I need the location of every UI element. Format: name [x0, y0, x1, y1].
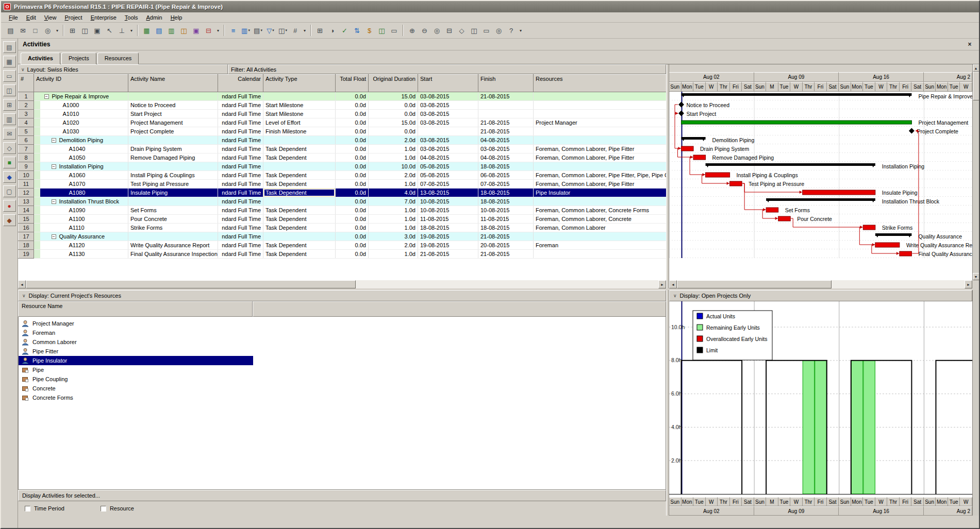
- finish-date-cell[interactable]: 06-08-2015: [478, 171, 534, 180]
- resources-cell[interactable]: [534, 110, 667, 118]
- original-duration-cell[interactable]: 2.0d: [369, 171, 418, 180]
- activity-id-cell[interactable]: A1010: [40, 110, 128, 118]
- risks-view-button[interactable]: ▢: [3, 185, 16, 197]
- assignments-window-button[interactable]: ◫: [178, 25, 190, 36]
- activity-id-cell[interactable]: A1030: [40, 127, 128, 136]
- gantt-day-w-10[interactable]: W: [790, 82, 803, 92]
- histo-day-sat-13[interactable]: Sat: [827, 497, 839, 506]
- activity-name-cell[interactable]: Final Quality Assurance Inspection: [128, 250, 218, 259]
- wps-docs-view-button[interactable]: ✉: [3, 128, 16, 140]
- total-float-cell[interactable]: 0.0d: [336, 189, 369, 197]
- original-duration-cell[interactable]: 1.0d: [369, 145, 418, 153]
- assignment-table-button[interactable]: ▭: [388, 25, 400, 36]
- table-row-a1030[interactable]: 5A1030Project Completendard Full TimeFin…: [19, 127, 667, 136]
- table-row-a1080[interactable]: 12A1080Insulate Pipingndard Full TimeTas…: [19, 189, 667, 197]
- collapse-all-button[interactable]: ⊟: [443, 25, 455, 36]
- start-date-cell[interactable]: 05-08-2015: [418, 162, 478, 171]
- total-float-cell[interactable]: 0.0d: [336, 197, 369, 206]
- resources-cell[interactable]: Project Manager: [534, 118, 667, 127]
- activity-name-cell[interactable]: Test Piping at Pressure: [128, 180, 218, 189]
- gantt-task-bar-install-piping-couplings[interactable]: [706, 173, 730, 177]
- resources-view-button[interactable]: ▦: [3, 56, 16, 67]
- resources-cell[interactable]: Foreman, Common Laborer, Pipe Fitter: [534, 180, 667, 189]
- table-row-a1040[interactable]: 7A1040Drain Piping Systemndard Full Time…: [19, 145, 667, 153]
- row-number-cell[interactable]: 1: [19, 92, 34, 101]
- gantt-loe-bar-project-management[interactable]: [682, 121, 912, 124]
- row-number-cell[interactable]: 3: [19, 110, 34, 118]
- resources-cell[interactable]: [534, 136, 667, 145]
- activity-id-cell[interactable]: A1090: [40, 206, 128, 215]
- tab-activities[interactable]: Activities: [21, 53, 60, 64]
- calendar-cell[interactable]: ndard Full Time: [218, 127, 263, 136]
- gantt-day-tue-23[interactable]: Tue: [948, 82, 960, 92]
- original-duration-cell[interactable]: 0.0d: [369, 101, 418, 110]
- activity-name-cell[interactable]: Write Quality Assurance Report: [128, 241, 218, 250]
- activities-window-button[interactable]: ▥: [165, 25, 177, 36]
- schedule-button[interactable]: ⊞: [314, 25, 326, 36]
- gantt-task-bar-insulate-piping[interactable]: [803, 190, 875, 195]
- start-date-cell[interactable]: 05-08-2015: [418, 171, 478, 180]
- collapse-icon[interactable]: −: [52, 234, 56, 239]
- collapse-icon[interactable]: −: [52, 199, 56, 204]
- original-duration-cell[interactable]: 0.0d: [369, 110, 418, 118]
- calendar-cell[interactable]: ndard Full Time: [218, 180, 263, 189]
- activity-type-cell[interactable]: Task Dependent: [263, 145, 336, 153]
- total-float-cell[interactable]: 0.0d: [336, 224, 369, 232]
- gantt-week-aug-09[interactable]: Aug 09: [754, 72, 839, 82]
- histo-week-aug-16[interactable]: Aug 16: [839, 506, 924, 516]
- level-resources-button[interactable]: ⇅: [351, 25, 363, 36]
- activities-view-button[interactable]: ▥: [3, 113, 16, 125]
- scroll-left-icon[interactable]: ◄: [18, 280, 26, 288]
- histo-day-fri-12[interactable]: Fri: [815, 497, 827, 506]
- table-horizontal-scrollbar[interactable]: ◄ ►: [18, 280, 666, 288]
- resource-item-pipe[interactable]: Pipe: [19, 365, 666, 374]
- histo-day-mon-15[interactable]: Mon: [851, 497, 863, 506]
- activity-id-cell[interactable]: −Installation Piping: [40, 162, 128, 171]
- activity-table-button[interactable]: ⊞: [67, 25, 78, 36]
- gantt-milestone-notice-to-proceed[interactable]: [678, 102, 684, 108]
- finish-date-cell[interactable]: 21-08-2015: [478, 127, 534, 136]
- start-date-cell[interactable]: [418, 127, 478, 136]
- total-float-cell[interactable]: 0.0d: [336, 180, 369, 189]
- calendar-cell[interactable]: ndard Full Time: [218, 136, 263, 145]
- resources-cell[interactable]: Pipe Insulator: [534, 189, 667, 197]
- activity-type-cell[interactable]: [263, 232, 336, 241]
- gantt-day-fri-19[interactable]: Fri: [900, 82, 912, 92]
- row-number-cell[interactable]: 14: [19, 206, 34, 215]
- column-header-finish[interactable]: Finish: [478, 75, 534, 92]
- collapse-icon[interactable]: −: [52, 164, 56, 169]
- activity-type-cell[interactable]: Task Dependent: [263, 206, 336, 215]
- gantt-day-tue-9[interactable]: Tue: [778, 82, 791, 92]
- row-number-cell[interactable]: 5: [19, 127, 34, 136]
- calendar-cell[interactable]: ndard Full Time: [218, 215, 263, 224]
- resources-cell[interactable]: [534, 250, 667, 259]
- column-header-start[interactable]: Start: [418, 75, 478, 92]
- row-number-cell[interactable]: 11: [19, 180, 34, 189]
- start-date-cell[interactable]: 03-08-2015: [418, 118, 478, 127]
- total-float-cell[interactable]: 0.0d: [336, 110, 369, 118]
- remaining-units-bar[interactable]: [863, 361, 875, 494]
- row-number-cell[interactable]: 7: [19, 145, 34, 153]
- scroll-left-icon[interactable]: ◄: [669, 280, 677, 288]
- original-duration-cell[interactable]: 7.0d: [369, 197, 418, 206]
- start-date-cell[interactable]: 03-08-2015: [418, 136, 478, 145]
- columns-button[interactable]: ▥▾: [240, 25, 252, 36]
- resource-item-common-laborer[interactable]: Common Laborer: [19, 337, 666, 347]
- help-button[interactable]: ?: [505, 25, 517, 36]
- scroll-up-icon[interactable]: ▲: [973, 64, 979, 72]
- activity-type-cell[interactable]: Task Dependent: [263, 224, 336, 232]
- activity-type-cell[interactable]: Finish Milestone: [263, 127, 336, 136]
- row-number-cell[interactable]: 2: [19, 101, 34, 110]
- wbs-window-button[interactable]: ▤: [153, 25, 165, 36]
- activity-id-cell[interactable]: −Quality Assurance: [40, 232, 128, 241]
- wps-docs-window-button[interactable]: ▣: [190, 25, 202, 36]
- gantt-horizontal-scrollbar[interactable]: ◄ ►: [669, 280, 972, 288]
- gantt-task-bar-drain-piping-system[interactable]: [682, 146, 694, 151]
- finish-date-cell[interactable]: 04-08-2015: [478, 136, 534, 145]
- gantt-task-bar-write-quality-assurance-report[interactable]: [875, 243, 900, 247]
- activity-id-cell[interactable]: A1050: [40, 153, 128, 162]
- calendar-cell[interactable]: ndard Full Time: [218, 232, 263, 241]
- row-number-cell[interactable]: 16: [19, 224, 34, 232]
- gantt-day-sat-13[interactable]: Sat: [827, 82, 839, 92]
- gantt-day-w-17[interactable]: W: [875, 82, 888, 92]
